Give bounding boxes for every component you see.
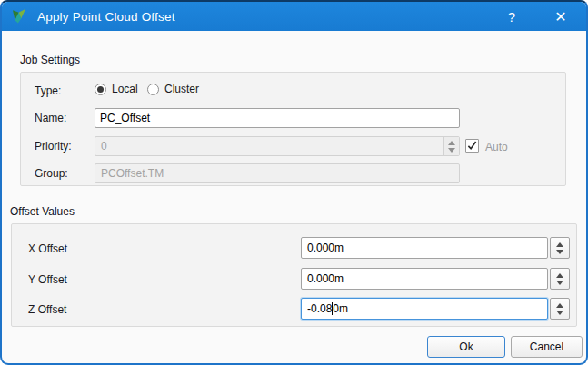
spin-up-icon[interactable]: [556, 303, 563, 308]
y-offset-value: 0.000m: [307, 272, 344, 285]
titlebar[interactable]: Apply Point Cloud Offset ? ✕: [2, 2, 586, 31]
spin-down-icon: [448, 148, 455, 153]
name-input[interactable]: [95, 108, 460, 128]
z-offset-value-before-caret: -0.08: [307, 302, 332, 315]
radio-local[interactable]: Local: [95, 83, 138, 95]
type-label: Type:: [35, 84, 61, 97]
y-offset-spin-buttons[interactable]: [550, 268, 570, 290]
radio-unselected-icon[interactable]: [147, 84, 159, 95]
radio-local-label: Local: [112, 83, 138, 95]
x-offset-input[interactable]: 0.000m: [301, 237, 548, 259]
spin-up-icon[interactable]: [556, 273, 563, 278]
spin-down-icon[interactable]: [556, 250, 563, 254]
cancel-button[interactable]: Cancel: [511, 336, 583, 358]
priority-label: Priority:: [35, 140, 72, 153]
help-button[interactable]: ?: [493, 2, 530, 31]
name-label: Name:: [35, 112, 66, 124]
job-settings-panel: Type: Local Cluster Name: Priority: 0 Au…: [20, 72, 566, 186]
group-value: PCOffset.TM: [95, 167, 459, 180]
y-offset-input[interactable]: 0.000m: [301, 268, 548, 290]
spin-up-icon[interactable]: [556, 242, 563, 247]
spin-down-icon[interactable]: [556, 281, 563, 285]
radio-cluster[interactable]: Cluster: [147, 83, 199, 95]
y-offset-label: Y Offset: [28, 273, 67, 286]
z-offset-label: Z Offset: [28, 303, 66, 316]
z-offset-spin-buttons[interactable]: [550, 298, 570, 320]
x-offset-label: X Offset: [28, 242, 67, 255]
x-offset-value: 0.000m: [307, 242, 344, 254]
group-input: PCOffset.TM: [95, 163, 460, 183]
spin-up-icon: [448, 141, 455, 145]
z-offset-value-after-caret: 0m: [333, 302, 348, 315]
radio-selected-icon[interactable]: [95, 84, 106, 95]
priority-value: 0: [95, 140, 443, 153]
apply-point-cloud-offset-dialog: Apply Point Cloud Offset ? ✕ Job Setting…: [0, 0, 588, 365]
close-icon[interactable]: ✕: [543, 2, 579, 31]
job-settings-section-label: Job Settings: [20, 54, 80, 66]
window-title: Apply Point Cloud Offset: [37, 10, 175, 24]
auto-checkbox[interactable]: [465, 139, 479, 153]
priority-spinbox: 0: [95, 136, 460, 156]
app-logo-icon: [10, 7, 29, 25]
radio-cluster-label: Cluster: [164, 83, 199, 95]
priority-spin-buttons: [443, 137, 459, 155]
z-offset-input[interactable]: -0.080m: [301, 298, 548, 320]
offset-values-section-label: Offset Values: [10, 205, 75, 218]
checkmark-icon: [467, 141, 477, 151]
ok-button[interactable]: Ok: [427, 336, 505, 358]
offset-values-panel: X Offset 0.000m Y Offset 0.000m Z Offset…: [11, 223, 577, 327]
x-offset-spin-buttons[interactable]: [550, 237, 570, 259]
group-label: Group:: [35, 167, 68, 180]
spin-down-icon[interactable]: [556, 311, 563, 315]
auto-checkbox-label: Auto: [485, 141, 508, 153]
